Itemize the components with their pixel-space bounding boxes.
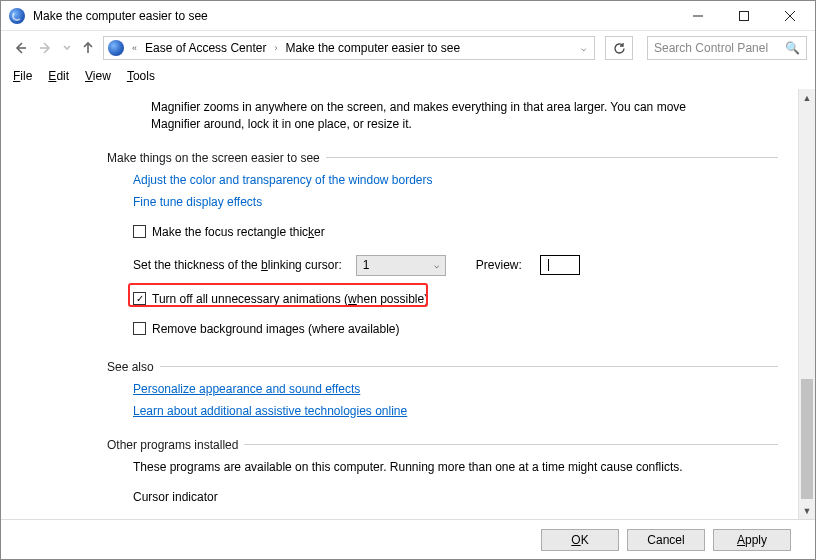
chevron-down-icon: ⌵ xyxy=(434,260,439,270)
search-input[interactable]: Search Control Panel 🔍 xyxy=(647,36,807,60)
checkbox-focus-rect-label: Make the focus rectangle thicker xyxy=(152,225,325,239)
link-personalize[interactable]: Personalize appearance and sound effects xyxy=(133,382,360,396)
cursor-thickness-select[interactable]: 1 ⌵ xyxy=(356,255,446,276)
title-bar: Make the computer easier to see xyxy=(1,1,815,31)
link-assistive-tech[interactable]: Learn about additional assistive technol… xyxy=(133,404,407,418)
checkbox-remove-bg-label: Remove background images (where availabl… xyxy=(152,322,399,336)
program-cursor-indicator: Cursor indicator xyxy=(133,490,218,504)
app-icon xyxy=(9,8,25,24)
refresh-button[interactable] xyxy=(605,36,633,60)
scroll-thumb[interactable] xyxy=(801,379,813,499)
vertical-scrollbar[interactable]: ▲ ▼ xyxy=(798,89,815,519)
address-bar[interactable]: « Ease of Access Center › Make the compu… xyxy=(103,36,595,60)
section-heading-see-also: See also xyxy=(107,360,778,374)
menu-view[interactable]: View xyxy=(85,69,111,83)
navigation-row: « Ease of Access Center › Make the compu… xyxy=(1,31,815,65)
cancel-button[interactable]: Cancel xyxy=(627,529,705,551)
scroll-up-icon[interactable]: ▲ xyxy=(799,89,815,106)
window-title: Make the computer easier to see xyxy=(33,9,208,23)
back-button[interactable] xyxy=(9,37,31,59)
dialog-footer: OK Cancel Apply xyxy=(1,519,815,559)
intro-text: Magnifier zooms in anywhere on the scree… xyxy=(151,99,711,133)
checkbox-turn-off-animations-label: Turn off all unnecessary animations (whe… xyxy=(152,292,428,306)
ok-button[interactable]: OK xyxy=(541,529,619,551)
address-dropdown-icon[interactable]: ⌵ xyxy=(577,43,590,53)
link-adjust-color[interactable]: Adjust the color and transparency of the… xyxy=(133,173,433,187)
checkbox-turn-off-animations[interactable] xyxy=(133,292,146,305)
scroll-down-icon[interactable]: ▼ xyxy=(799,502,815,519)
maximize-button[interactable] xyxy=(721,1,767,31)
cursor-preview xyxy=(540,255,580,275)
close-button[interactable] xyxy=(767,1,813,31)
breadcrumb-item[interactable]: Make the computer easier to see xyxy=(285,41,460,55)
checkbox-remove-bg[interactable] xyxy=(133,322,146,335)
apply-button[interactable]: Apply xyxy=(713,529,791,551)
breadcrumb-item[interactable]: Ease of Access Center xyxy=(145,41,266,55)
menu-edit[interactable]: Edit xyxy=(48,69,69,83)
search-icon: 🔍 xyxy=(785,41,800,55)
cursor-thickness-label: Set the thickness of the blinking cursor… xyxy=(133,258,342,272)
menu-tools[interactable]: Tools xyxy=(127,69,155,83)
section-heading-other-programs: Other programs installed xyxy=(107,438,778,452)
search-placeholder: Search Control Panel xyxy=(654,41,768,55)
other-programs-desc: These programs are available on this com… xyxy=(133,460,683,474)
link-fine-tune[interactable]: Fine tune display effects xyxy=(133,195,262,209)
content-area: Magnifier zooms in anywhere on the scree… xyxy=(1,89,798,519)
minimize-button[interactable] xyxy=(675,1,721,31)
up-button[interactable] xyxy=(77,37,99,59)
recent-locations-button[interactable] xyxy=(61,37,73,59)
chevron-left-icon: « xyxy=(130,43,139,53)
location-icon xyxy=(108,40,124,56)
section-heading-easier-to-see: Make things on the screen easier to see xyxy=(107,151,778,165)
checkbox-focus-rect[interactable] xyxy=(133,225,146,238)
preview-label: Preview: xyxy=(476,258,522,272)
svg-rect-1 xyxy=(740,11,749,20)
menu-bar: File Edit View Tools xyxy=(1,65,815,87)
menu-file[interactable]: File xyxy=(13,69,32,83)
chevron-right-icon: › xyxy=(272,43,279,53)
forward-button[interactable] xyxy=(35,37,57,59)
